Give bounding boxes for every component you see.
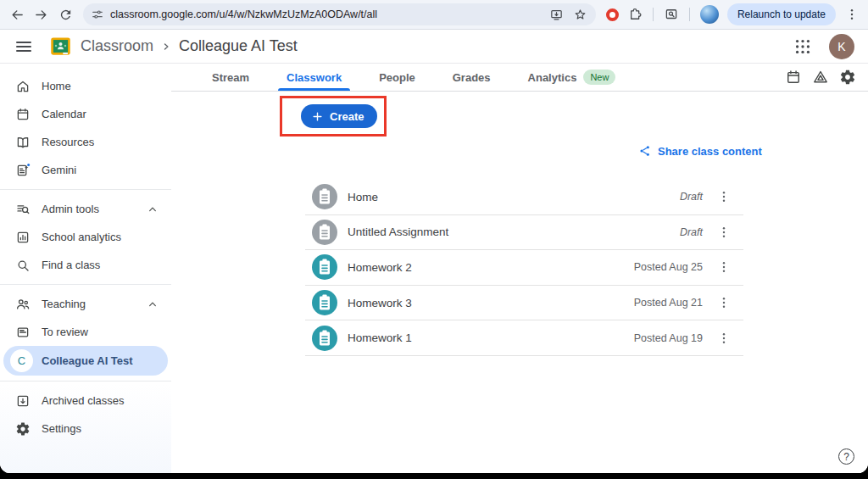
sidebar-item-calendar[interactable]: Calendar <box>0 100 171 128</box>
assignment-status: Posted Aug 19 <box>634 332 703 344</box>
sidebar-item-find-a-class[interactable]: Find a class <box>0 251 171 279</box>
relaunch-update-button[interactable]: Relaunch to update <box>727 3 836 25</box>
share-icon <box>638 144 652 158</box>
course-action-icons <box>785 64 856 91</box>
forward-icon[interactable] <box>33 4 51 25</box>
more-options-icon[interactable] <box>716 331 732 346</box>
assignment-icon <box>312 290 337 315</box>
address-bar[interactable]: classroom.google.com/u/4/w/NzkwMzUzMzA0O… <box>83 3 596 25</box>
assignment-title: Homework 3 <box>348 297 412 309</box>
chevron-up-icon <box>146 298 159 311</box>
sidebar-item-admin-tools[interactable]: Admin tools <box>0 195 171 223</box>
classwork-item-untitled-assignment[interactable]: Untitled AssignmentDraft <box>305 215 743 251</box>
drive-icon[interactable] <box>812 69 829 86</box>
sidebar-item-archived-classes[interactable]: Archived classes <box>0 387 171 415</box>
adblocker-extension-icon[interactable] <box>606 8 619 21</box>
classwork-item-homework-2[interactable]: Homework 2Posted Aug 25 <box>305 250 743 286</box>
tab-grades[interactable]: Grades <box>434 64 509 91</box>
create-button[interactable]: Create <box>301 104 377 128</box>
sidebar-item-school-analytics[interactable]: School analytics <box>0 223 171 251</box>
more-options-icon[interactable] <box>716 259 732 275</box>
sidebar-item-home[interactable]: Home <box>0 72 171 100</box>
plus-icon <box>311 110 324 123</box>
sidebar-item-resources[interactable]: Resources <box>0 128 171 156</box>
browser-menu-kebab-icon[interactable] <box>844 7 860 22</box>
install-app-icon[interactable] <box>549 8 564 22</box>
assignment-icon <box>312 326 337 351</box>
extensions-puzzle-icon[interactable] <box>627 7 643 22</box>
classwork-item-homework-3[interactable]: Homework 3Posted Aug 21 <box>305 286 743 321</box>
share-class-content-link[interactable]: Share class content <box>638 144 762 158</box>
course-tabs: StreamClassworkPeopleGradesAnalyticsNew <box>193 64 634 91</box>
assignment-icon <box>312 254 337 280</box>
tab-people[interactable]: People <box>360 64 434 91</box>
assignment-title: Homework 2 <box>348 261 412 274</box>
gemini-icon <box>15 163 31 178</box>
classwork-list: HomeDraftUntitled AssignmentDraftHomewor… <box>305 180 743 356</box>
tab-label: Grades <box>453 71 491 84</box>
sidebar-divider <box>0 284 171 285</box>
new-badge: New <box>583 70 615 85</box>
calendar-icon[interactable] <box>785 69 802 86</box>
sidebar-item-gemini[interactable]: Gemini <box>0 156 171 184</box>
analytics-icon <box>15 230 31 245</box>
assignment-status: Posted Aug 25 <box>634 261 703 273</box>
sidebar-item-to-review[interactable]: To review <box>0 318 171 346</box>
sidebar-item-label: Colleague AI Test <box>42 354 133 367</box>
screen-search-icon[interactable] <box>664 7 679 22</box>
archive-icon <box>15 393 31 409</box>
sidebar-item-label: Find a class <box>42 259 100 271</box>
settings-icon[interactable] <box>839 69 856 86</box>
reload-icon[interactable] <box>57 4 75 25</box>
classroom-logo-icon[interactable] <box>49 35 72 58</box>
content-area: StreamClassworkPeopleGradesAnalyticsNew … <box>171 64 868 473</box>
site-settings-icon[interactable] <box>92 8 103 20</box>
bookmark-star-icon[interactable] <box>573 8 587 22</box>
sidebar-item-colleague-ai-test[interactable]: CColleague AI Test <box>3 346 168 376</box>
assignment-status: Draft <box>680 191 703 203</box>
toolbar-divider <box>689 8 690 21</box>
course-tabbar: StreamClassworkPeopleGradesAnalyticsNew <box>171 64 868 92</box>
account-avatar[interactable]: K <box>829 34 854 59</box>
sidebar-item-label: Teaching <box>42 298 86 310</box>
google-apps-grid-icon[interactable] <box>793 37 812 56</box>
search-icon <box>15 258 31 273</box>
more-options-icon[interactable] <box>716 189 732 204</box>
classwork-item-home[interactable]: HomeDraft <box>305 180 743 215</box>
sidebar-item-label: Settings <box>42 422 81 435</box>
sidebar-item-label: Home <box>42 80 71 92</box>
tab-stream[interactable]: Stream <box>193 64 268 91</box>
class-avatar: C <box>10 349 33 372</box>
tab-analytics[interactable]: AnalyticsNew <box>509 64 635 91</box>
breadcrumb-course[interactable]: Colleague AI Test <box>179 37 298 55</box>
help-button[interactable]: ? <box>838 448 854 465</box>
classwork-item-homework-1[interactable]: Homework 1Posted Aug 19 <box>305 320 743 356</box>
app-body: HomeCalendarResourcesGeminiAdmin toolsSc… <box>0 64 868 473</box>
browser-toolbar: classroom.google.com/u/4/w/NzkwMzUzMzA0O… <box>0 0 868 30</box>
assignment-title: Home <box>348 191 378 203</box>
breadcrumb-product[interactable]: Classroom <box>81 37 153 55</box>
sidebar-divider <box>0 189 171 190</box>
sidebar-item-label: Admin tools <box>42 203 99 215</box>
assignment-status: Draft <box>680 226 703 238</box>
chevron-up-icon <box>146 203 159 216</box>
more-options-icon[interactable] <box>716 225 732 240</box>
more-options-icon[interactable] <box>716 295 732 310</box>
sidebar-item-label: Archived classes <box>42 394 125 407</box>
admin-tools-icon <box>15 202 31 217</box>
tab-label: Stream <box>212 71 249 84</box>
sidebar-item-teaching[interactable]: Teaching <box>0 290 171 318</box>
back-icon[interactable] <box>8 4 26 25</box>
create-button-label: Create <box>330 110 364 123</box>
sidebar: HomeCalendarResourcesGeminiAdmin toolsSc… <box>0 64 171 473</box>
calendar-icon <box>15 107 31 122</box>
tab-label: People <box>379 71 415 84</box>
tab-label: Classwork <box>287 71 342 84</box>
sidebar-item-label: School analytics <box>42 231 121 243</box>
sidebar-divider <box>0 381 171 382</box>
sidebar-item-settings[interactable]: Settings <box>0 415 171 443</box>
browser-profile-avatar[interactable] <box>700 5 719 24</box>
assignment-title: Homework 1 <box>348 331 412 344</box>
main-menu-icon[interactable] <box>14 36 34 57</box>
tab-classwork[interactable]: Classwork <box>268 64 360 91</box>
